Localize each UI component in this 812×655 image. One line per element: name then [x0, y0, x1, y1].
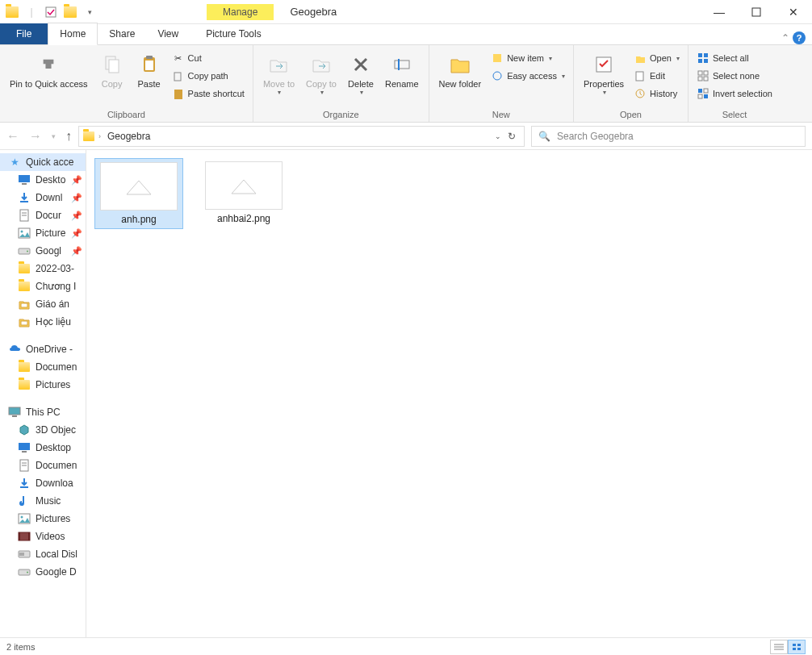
- sidebar-item[interactable]: Pictures: [0, 376, 86, 394]
- sidebar-item[interactable]: Googl📌: [0, 242, 86, 260]
- sidebar-item[interactable]: Music: [0, 492, 86, 510]
- item-count: 2 items: [6, 642, 35, 652]
- sidebar-item[interactable]: Picture📌: [0, 224, 86, 242]
- tree-item-icon: [18, 361, 31, 373]
- sidebar-item[interactable]: Local Disl: [0, 545, 86, 563]
- navigation-pane[interactable]: ★ Quick acce Deskto📌Downl📌Docur📌Picture📌…: [0, 150, 86, 637]
- chevron-right-icon[interactable]: ›: [98, 132, 101, 140]
- tree-item-label: Pictures: [36, 513, 70, 524]
- history-label: History: [650, 89, 677, 98]
- tree-item-icon: [18, 244, 31, 257]
- file-content-area[interactable]: anh.pnganhbai2.png: [86, 150, 812, 637]
- paste-shortcut-button[interactable]: Paste shortcut: [169, 86, 248, 102]
- pc-icon: [8, 406, 21, 419]
- up-button[interactable]: ↑: [65, 129, 72, 144]
- file-thumbnail: [100, 162, 178, 211]
- tab-picture-tools[interactable]: Picture Tools: [195, 23, 272, 44]
- qat-folder-icon[interactable]: [3, 3, 21, 21]
- file-item[interactable]: anh.png: [94, 158, 183, 229]
- history-button[interactable]: History: [630, 86, 683, 102]
- new-folder-button[interactable]: New folder: [434, 50, 487, 91]
- sidebar-onedrive[interactable]: OneDrive -: [0, 340, 86, 358]
- file-item[interactable]: anhbai2.png: [199, 158, 288, 227]
- sidebar-item[interactable]: Pictures: [0, 510, 86, 528]
- manage-tab[interactable]: Manage: [207, 4, 274, 20]
- properties-button[interactable]: Properties▾: [579, 50, 629, 98]
- sidebar-item[interactable]: Videos: [0, 528, 86, 545]
- properties-label: Properties: [584, 79, 624, 89]
- details-view-button[interactable]: [770, 640, 788, 654]
- new-item-button[interactable]: New item▾: [488, 50, 568, 66]
- move-to-button[interactable]: Move to▾: [258, 50, 299, 98]
- back-button[interactable]: ←: [6, 129, 19, 144]
- open-button[interactable]: Open▾: [630, 50, 683, 66]
- edit-icon: [634, 69, 647, 82]
- address-bar[interactable]: › Geogebra ⌄ ↻: [78, 126, 525, 147]
- search-input[interactable]: 🔍 Search Geogebra: [531, 126, 806, 147]
- sidebar-item[interactable]: Downloa: [0, 474, 86, 492]
- sidebar-item[interactable]: 3D Objec: [0, 421, 86, 439]
- tree-item-icon: [18, 298, 31, 311]
- pin-quick-access-button[interactable]: Pin to Quick access: [5, 50, 93, 91]
- thumbnails-view-button[interactable]: [788, 640, 806, 654]
- svg-point-12: [493, 72, 501, 80]
- pin-icon: 📌: [71, 228, 82, 239]
- tab-home[interactable]: Home: [48, 23, 98, 45]
- select-all-button[interactable]: Select all: [693, 50, 776, 66]
- address-dropdown-icon[interactable]: ⌄: [495, 132, 501, 140]
- help-icon[interactable]: ?: [793, 31, 806, 44]
- ribbon-group-new: New folder New item▾ Easy access▾ New: [429, 45, 574, 122]
- qat-dropdown-icon[interactable]: ▾: [81, 3, 98, 21]
- sidebar-item[interactable]: Google D: [0, 563, 86, 581]
- sidebar-item[interactable]: Desktop: [0, 439, 86, 457]
- breadcrumb[interactable]: Geogebra: [104, 129, 153, 144]
- edit-button[interactable]: Edit: [630, 68, 683, 84]
- copy-to-button[interactable]: Copy to▾: [301, 50, 341, 98]
- sidebar-item[interactable]: Documen: [0, 358, 86, 376]
- sidebar-item[interactable]: Deskto📌: [0, 171, 86, 189]
- delete-button[interactable]: Delete▾: [343, 50, 379, 98]
- tree-item-label: Googl: [36, 245, 61, 257]
- rename-button[interactable]: Rename: [380, 50, 424, 90]
- sidebar-item[interactable]: 2022-03-: [0, 260, 86, 277]
- recent-dropdown-icon[interactable]: ▾: [52, 132, 56, 140]
- sidebar-quick-access[interactable]: ★ Quick acce: [0, 153, 86, 171]
- close-button[interactable]: ✕: [775, 0, 812, 24]
- pin-icon: 📌: [71, 246, 82, 257]
- paste-button[interactable]: Paste: [132, 50, 167, 90]
- svg-rect-22: [698, 77, 702, 81]
- qat-check-icon[interactable]: [42, 3, 60, 21]
- svg-rect-0: [46, 7, 56, 17]
- qat-folder2-icon[interactable]: [61, 3, 79, 21]
- pin-icon: 📌: [71, 175, 82, 186]
- copy-path-button[interactable]: Copy path: [169, 68, 248, 84]
- refresh-button[interactable]: ↻: [508, 131, 516, 142]
- sidebar-this-pc[interactable]: This PC: [0, 403, 86, 421]
- tab-share[interactable]: Share: [98, 23, 146, 44]
- invert-selection-button[interactable]: Invert selection: [693, 86, 776, 102]
- sidebar-item[interactable]: Giáo án: [0, 295, 86, 313]
- select-none-label: Select none: [713, 71, 760, 81]
- tab-file[interactable]: File: [0, 23, 48, 44]
- tree-item-icon: [18, 565, 31, 578]
- sidebar-item[interactable]: Chương I: [0, 277, 86, 295]
- copy-button[interactable]: Copy: [94, 50, 130, 90]
- cut-button[interactable]: ✂Cut: [169, 50, 248, 66]
- easy-access-button[interactable]: Easy access▾: [488, 68, 568, 84]
- svg-rect-27: [704, 94, 708, 98]
- svg-rect-19: [704, 59, 708, 63]
- tab-view[interactable]: View: [146, 23, 190, 44]
- tree-item-icon: [18, 441, 31, 454]
- svg-rect-51: [19, 532, 30, 540]
- sidebar-item[interactable]: Documen: [0, 457, 86, 474]
- forward-button[interactable]: →: [29, 129, 42, 144]
- tree-item-label: Giáo án: [36, 298, 69, 310]
- sidebar-item[interactable]: Docur📌: [0, 207, 86, 224]
- collapse-ribbon-icon[interactable]: ⌃: [781, 32, 789, 44]
- select-none-button[interactable]: Select none: [693, 68, 776, 84]
- sidebar-item[interactable]: Học liệu: [0, 313, 86, 331]
- svg-rect-3: [109, 60, 119, 73]
- sidebar-item[interactable]: Downl📌: [0, 189, 86, 207]
- maximize-button[interactable]: [738, 0, 775, 24]
- minimize-button[interactable]: —: [701, 0, 738, 24]
